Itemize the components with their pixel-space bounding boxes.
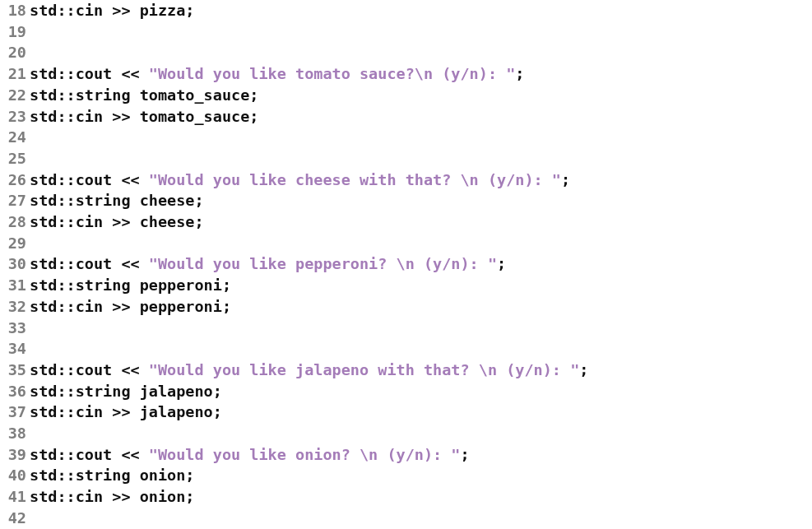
code-line[interactable]: 29: [0, 233, 812, 254]
punctuation: ;: [185, 2, 194, 19]
line-number: 20: [0, 42, 30, 63]
line-number: 28: [0, 211, 30, 233]
punctuation: ;: [561, 171, 570, 188]
code-content[interactable]: std::string onion;: [30, 465, 812, 486]
code-line[interactable]: 41std::cin >> onion;: [0, 486, 812, 508]
line-number: 34: [0, 338, 30, 360]
code-line[interactable]: 39std::cout << "Would you like onion? \n…: [0, 444, 812, 466]
code-line[interactable]: 23std::cin >> tomato_sauce;: [0, 106, 812, 128]
line-number: 35: [0, 360, 30, 381]
code-line[interactable]: 32std::cin >> pepperoni;: [0, 296, 812, 318]
token: std::string pepperoni: [30, 276, 222, 294]
code-line[interactable]: 19: [0, 21, 812, 43]
code-line[interactable]: 20: [0, 42, 812, 63]
line-number: 23: [0, 106, 30, 128]
token: std::cout <<: [30, 255, 149, 272]
line-number: 40: [0, 465, 30, 486]
line-number: 18: [0, 0, 30, 21]
code-line[interactable]: 30std::cout << "Would you like pepperoni…: [0, 253, 812, 275]
token: std::string tomato_sauce: [30, 86, 249, 104]
token: std::string cheese: [30, 192, 194, 209]
line-number: 27: [0, 190, 30, 211]
code-line[interactable]: 27std::string cheese;: [0, 190, 812, 211]
punctuation: ;: [249, 86, 258, 104]
code-content[interactable]: std::cin >> pizza;: [30, 0, 812, 21]
line-number: 32: [0, 296, 30, 318]
punctuation: ;: [194, 192, 203, 209]
code-line[interactable]: 24: [0, 127, 812, 148]
token: std::cin >> cheese: [30, 213, 194, 230]
punctuation: ;: [579, 361, 588, 378]
line-number: 30: [0, 253, 30, 275]
code-content[interactable]: std::cin >> onion;: [30, 486, 812, 508]
code-content[interactable]: std::cin >> jalapeno;: [30, 401, 812, 423]
token: std::cin >> pizza: [30, 2, 185, 19]
code-line[interactable]: 26std::cout << "Would you like cheese wi…: [0, 169, 812, 191]
code-line[interactable]: 38: [0, 423, 812, 444]
code-content[interactable]: std::cout << "Would you like cheese with…: [30, 169, 812, 191]
punctuation: ;: [461, 446, 470, 463]
code-line[interactable]: 35std::cout << "Would you like jalapeno …: [0, 360, 812, 381]
token: std::cin >> pepperoni: [30, 298, 222, 315]
code-line[interactable]: 42: [0, 508, 812, 529]
punctuation: ;: [194, 213, 203, 230]
token: std::cout <<: [30, 361, 149, 378]
code-content[interactable]: std::cin >> tomato_sauce;: [30, 106, 812, 128]
string-literal: "Would you like jalapeno with that? \n (…: [149, 361, 579, 378]
line-number: 37: [0, 401, 30, 423]
line-number: 36: [0, 381, 30, 402]
token: std::cout <<: [30, 171, 149, 188]
code-content[interactable]: std::cout << "Would you like pepperoni? …: [30, 253, 812, 275]
punctuation: ;: [222, 276, 231, 294]
line-number: 24: [0, 127, 30, 148]
code-line[interactable]: 31std::string pepperoni;: [0, 275, 812, 296]
line-number: 33: [0, 318, 30, 339]
code-content[interactable]: std::cin >> pepperoni;: [30, 296, 812, 318]
string-literal: "Would you like cheese with that? \n (y/…: [149, 171, 561, 188]
line-number: 42: [0, 508, 30, 529]
line-number: 31: [0, 275, 30, 296]
punctuation: ;: [213, 383, 222, 400]
string-literal: "Would you like pepperoni? \n (y/n): ": [149, 255, 497, 272]
line-number: 25: [0, 148, 30, 169]
code-line[interactable]: 40std::string onion;: [0, 465, 812, 486]
line-number: 29: [0, 233, 30, 254]
code-content[interactable]: std::string jalapeno;: [30, 381, 812, 402]
code-line[interactable]: 34: [0, 338, 812, 360]
punctuation: ;: [515, 65, 524, 82]
punctuation: ;: [185, 466, 194, 484]
code-line[interactable]: 25: [0, 148, 812, 169]
token: std::cin >> onion: [30, 488, 185, 505]
code-content[interactable]: std::string tomato_sauce;: [30, 85, 812, 106]
code-line[interactable]: 22std::string tomato_sauce;: [0, 85, 812, 106]
string-literal: "Would you like tomato sauce?\n (y/n): ": [149, 65, 516, 82]
code-content[interactable]: std::cin >> cheese;: [30, 211, 812, 233]
code-editor[interactable]: 18std::cin >> pizza;192021std::cout << "…: [0, 0, 812, 529]
token: std::cin >> tomato_sauce: [30, 108, 249, 125]
code-line[interactable]: 21std::cout << "Would you like tomato sa…: [0, 63, 812, 85]
line-number: 41: [0, 486, 30, 508]
code-content[interactable]: std::cout << "Would you like jalapeno wi…: [30, 360, 812, 381]
line-number: 38: [0, 423, 30, 444]
line-number: 22: [0, 85, 30, 106]
code-content[interactable]: std::cout << "Would you like onion? \n (…: [30, 444, 812, 466]
code-line[interactable]: 36std::string jalapeno;: [0, 381, 812, 402]
token: std::string onion: [30, 466, 185, 484]
code-line[interactable]: 37std::cin >> jalapeno;: [0, 401, 812, 423]
line-number: 21: [0, 63, 30, 85]
punctuation: ;: [185, 488, 194, 505]
punctuation: ;: [222, 298, 231, 315]
token: std::cin >> jalapeno: [30, 403, 213, 420]
code-line[interactable]: 28std::cin >> cheese;: [0, 211, 812, 233]
code-content[interactable]: std::string cheese;: [30, 190, 812, 211]
token: std::string jalapeno: [30, 383, 213, 400]
code-content[interactable]: std::string pepperoni;: [30, 275, 812, 296]
string-literal: "Would you like onion? \n (y/n): ": [149, 446, 461, 463]
code-line[interactable]: 33: [0, 318, 812, 339]
punctuation: ;: [249, 108, 258, 125]
line-number: 19: [0, 21, 30, 43]
punctuation: ;: [213, 403, 222, 420]
token: std::cout <<: [30, 446, 149, 463]
code-content[interactable]: std::cout << "Would you like tomato sauc…: [30, 63, 812, 85]
code-line[interactable]: 18std::cin >> pizza;: [0, 0, 812, 21]
